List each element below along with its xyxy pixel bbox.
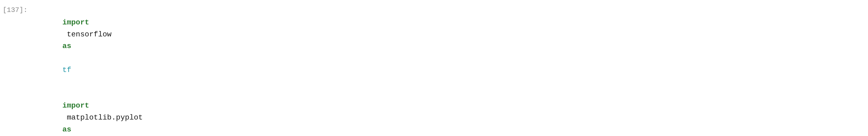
keyword-import-2: import <box>62 101 89 110</box>
cell-content: import tensorflow as tf import matplotli… <box>33 0 868 136</box>
cell-label: [137]: <box>0 0 33 136</box>
code-line-1: import tensorflow as tf <box>36 5 860 88</box>
space-1 <box>62 54 67 62</box>
notebook-cell: [137]: import tensorflow as tf import ma… <box>0 0 868 136</box>
keyword-as-1: as <box>62 42 71 50</box>
text-1: tensorflow <box>62 30 116 38</box>
keyword-as-2: as <box>62 125 71 134</box>
text-2: matplotlib.pyplot <box>62 113 147 122</box>
keyword-import-1: import <box>62 18 89 27</box>
code-line-2: import matplotlib.pyplot as plt <box>36 88 860 136</box>
alias-tf: tf <box>62 66 71 74</box>
